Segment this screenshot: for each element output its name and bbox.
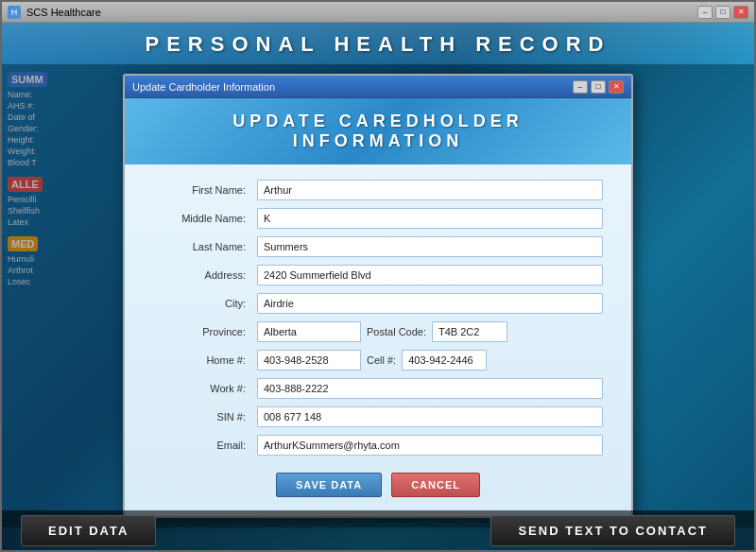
modal-header-title: UPDATE CAREDHOLDER INFORMATION	[232, 112, 524, 150]
work-phone-label: Work #:	[153, 383, 257, 394]
main-content: SUMM Name: AHS #: Date of Gender: Height…	[2, 64, 754, 527]
city-row: City:	[153, 293, 603, 314]
cancel-button[interactable]: CANCEL	[391, 473, 480, 497]
address-label: Address:	[153, 269, 257, 281]
middle-name-input[interactable]	[257, 208, 603, 229]
first-name-row: First Name:	[153, 180, 603, 200]
first-name-label: First Name:	[153, 184, 257, 196]
cell-label: Cell #:	[367, 354, 396, 366]
app-icon: H	[8, 6, 21, 19]
modal-close-button[interactable]: ✕	[609, 80, 624, 94]
sin-input[interactable]	[257, 406, 603, 427]
city-label: City:	[153, 298, 257, 309]
modal-minimize-button[interactable]: –	[573, 80, 588, 94]
postal-code-input[interactable]	[432, 321, 507, 342]
address-row: Address:	[153, 265, 603, 285]
phr-header: PERSONAL HEALTH RECORD	[2, 23, 754, 64]
email-input[interactable]	[257, 435, 603, 456]
work-phone-row: Work #:	[153, 378, 603, 399]
modal-body: First Name: Middle Name: Last Name:	[125, 164, 631, 516]
city-input[interactable]	[257, 293, 603, 314]
sin-row: SIN #:	[153, 406, 603, 427]
send-text-button[interactable]: SEND TEXT TO CONTACT	[490, 515, 735, 546]
modal-maximize-button[interactable]: □	[591, 80, 606, 94]
address-input[interactable]	[257, 265, 603, 285]
middle-name-label: Middle Name:	[153, 213, 257, 224]
outer-window-title: SCS Healthcare	[26, 7, 697, 18]
province-input[interactable]	[257, 321, 361, 342]
modal-buttons: SAVE DATA CANCEL	[153, 463, 603, 505]
province-label: Province:	[153, 326, 257, 337]
first-name-input[interactable]	[257, 180, 603, 200]
phone-group: Cell #:	[257, 350, 603, 371]
outer-maximize-button[interactable]: □	[715, 6, 730, 19]
modal-overlay: Update Cardholder Information – □ ✕ UPDA…	[2, 64, 754, 527]
bottom-bar: EDIT DATA SEND TEXT TO CONTACT	[2, 510, 754, 550]
last-name-row: Last Name:	[153, 236, 603, 257]
cell-phone-input[interactable]	[402, 350, 487, 371]
edit-data-button[interactable]: EDIT DATA	[21, 515, 156, 546]
email-row: Email:	[153, 435, 603, 456]
outer-close-button[interactable]: ✕	[733, 6, 748, 19]
last-name-label: Last Name:	[153, 241, 257, 252]
sin-label: SIN #:	[153, 411, 257, 423]
modal-controls: – □ ✕	[573, 80, 624, 94]
outer-window-controls: – □ ✕	[697, 6, 748, 19]
home-phone-input[interactable]	[257, 350, 361, 371]
outer-minimize-button[interactable]: –	[697, 6, 713, 19]
middle-name-row: Middle Name:	[153, 208, 603, 229]
province-postal-row: Province: Postal Code:	[153, 321, 603, 342]
last-name-input[interactable]	[257, 236, 603, 257]
work-phone-input[interactable]	[257, 378, 603, 399]
save-button[interactable]: SAVE DATA	[276, 473, 382, 497]
province-postal-group: Postal Code:	[257, 321, 603, 342]
home-phone-label: Home #:	[153, 354, 257, 366]
modal-dialog: Update Cardholder Information – □ ✕ UPDA…	[123, 74, 633, 518]
phone-row: Home #: Cell #:	[153, 350, 603, 371]
outer-window: H SCS Healthcare – □ ✕ PERSONAL HEALTH R…	[0, 0, 756, 552]
modal-header: UPDATE CAREDHOLDER INFORMATION	[125, 98, 631, 164]
outer-titlebar: H SCS Healthcare – □ ✕	[2, 2, 754, 23]
email-label: Email:	[153, 440, 257, 451]
modal-titlebar: Update Cardholder Information – □ ✕	[125, 76, 631, 98]
phr-title: PERSONAL HEALTH RECORD	[146, 32, 611, 56]
modal-title: Update Cardholder Information	[132, 81, 573, 93]
postal-code-label: Postal Code:	[367, 326, 426, 337]
